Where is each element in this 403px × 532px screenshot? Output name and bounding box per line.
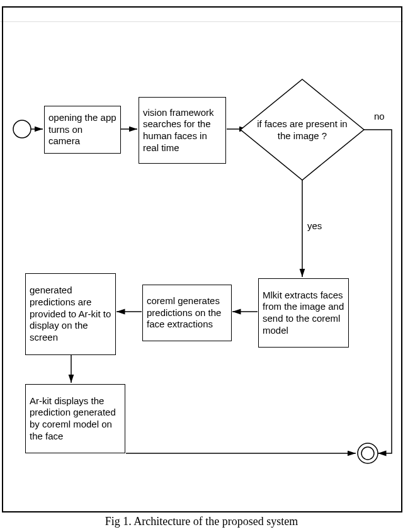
process-vision-search: vision framework searches for the human …	[139, 97, 226, 164]
process-mlkit-extract: Mlkit extracts faces from the image and …	[258, 278, 349, 348]
decision-text: if faces are present in the image ?	[255, 118, 349, 142]
end-node-inner	[361, 447, 374, 460]
page: opening the app turns on camera vision f…	[0, 0, 403, 532]
process-provide-arkit: generated predictions are provided to Ar…	[25, 273, 116, 355]
process-arkit-display: Ar-kit displays the prediction generated…	[25, 384, 125, 453]
start-node	[13, 120, 31, 138]
edge-label-yes: yes	[307, 220, 322, 231]
process-coreml-predict: coreml generates predictions on the face…	[142, 285, 232, 341]
figure-caption: Fig 1. Architecture of the proposed syst…	[0, 515, 403, 528]
edge-label-no: no	[374, 111, 385, 122]
process-open-camera: opening the app turns on camera	[44, 106, 121, 154]
